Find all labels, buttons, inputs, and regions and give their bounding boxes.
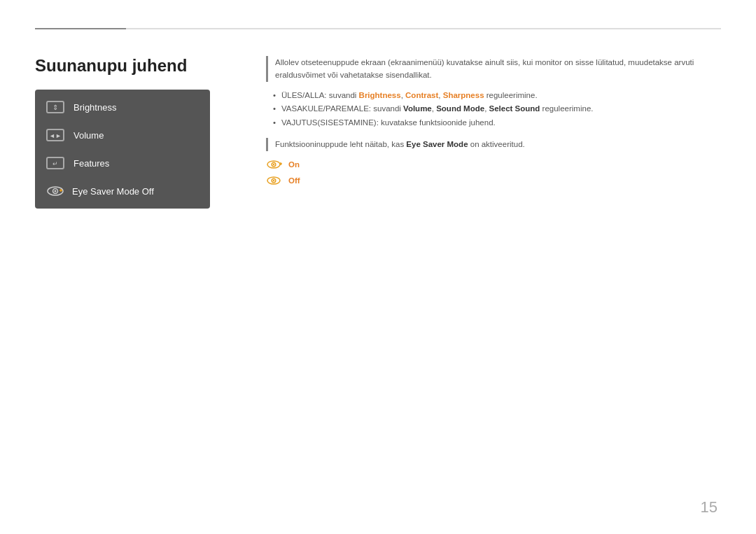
eye-mode-description: Funktsiooninuppude leht näitab, kas Eye … [275, 138, 721, 150]
eye-saver-row[interactable]: Eye Saver Mode Off [35, 177, 210, 205]
left-section: Suunanupu juhend ⇕ Brightness ◄► [35, 56, 245, 209]
on-label: On [288, 160, 300, 169]
eye-mode-on: On [266, 158, 721, 171]
top-note-block: Allolev otseteenuppude ekraan (ekraanime… [266, 56, 721, 82]
brightness-icon: ⇕ [46, 100, 65, 114]
svg-text:↵: ↵ [52, 160, 58, 167]
brightness-label: Brightness [74, 102, 116, 113]
bullet-item-3: VAJUTUS(SISESTAMINE): kuvatakse funktsio… [273, 116, 721, 130]
top-divider [35, 28, 721, 29]
page-title: Suunanupu juhend [35, 56, 245, 76]
off-label: Off [288, 176, 300, 185]
bullet-list: ÜLES/ALLA: suvandi Brightness, Contrast,… [273, 89, 721, 130]
eye-saver-label: Eye Saver Mode Off [72, 186, 154, 197]
svg-point-8 [55, 190, 57, 192]
features-icon: ↵ [46, 156, 65, 170]
eye-mode-block: Funktsiooninuppude leht näitab, kas Eye … [266, 138, 721, 150]
right-section: Allolev otseteenuppude ekraan (ekraanime… [266, 56, 721, 190]
page-number: 15 [701, 498, 718, 517]
volume-label: Volume [74, 130, 104, 141]
bullet-item-2: VASAKULE/PAREMALE: suvandi Volume, Sound… [273, 102, 721, 116]
features-label: Features [74, 158, 109, 169]
eye-mode-off: Off [266, 174, 721, 187]
top-note: Allolev otseteenuppude ekraan (ekraanime… [275, 56, 721, 82]
svg-point-13 [273, 164, 274, 165]
menu-box: ⇕ Brightness ◄► Volume [35, 90, 210, 209]
svg-text:⇕: ⇕ [52, 104, 58, 111]
page-container: Suunanupu juhend ⇕ Brightness ◄► [0, 0, 756, 534]
menu-item-brightness[interactable]: ⇕ Brightness [35, 93, 210, 121]
svg-point-18 [273, 180, 274, 181]
eye-on-icon [266, 158, 284, 171]
eye-off-icon [266, 174, 284, 187]
menu-item-volume[interactable]: ◄► Volume [35, 121, 210, 149]
svg-text:◄►: ◄► [49, 132, 62, 139]
bullet-item-1: ÜLES/ALLA: suvandi Brightness, Contrast,… [273, 89, 721, 103]
eye-saver-icon [46, 184, 65, 198]
volume-icon: ◄► [46, 128, 65, 142]
menu-item-features[interactable]: ↵ Features [35, 149, 210, 177]
